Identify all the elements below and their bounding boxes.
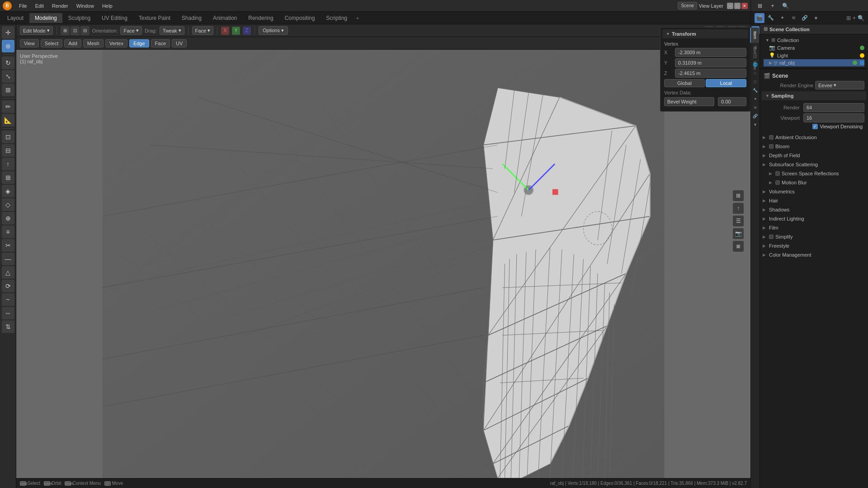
tab-rendering[interactable]: Rendering bbox=[243, 13, 278, 23]
ambient-occlusion-toggle[interactable]: ▶ Ambient Occlusion bbox=[762, 133, 866, 142]
constraints-props-icon[interactable]: 🔗 bbox=[800, 13, 810, 23]
extrude-along-normals-tool[interactable]: ↑ bbox=[2, 158, 14, 170]
menu-window[interactable]: Window bbox=[73, 2, 98, 9]
color-management-toggle[interactable]: ▶ Color Management bbox=[762, 250, 866, 259]
freestyle-toggle[interactable]: ▶ Freestyle bbox=[762, 241, 866, 250]
menu-help[interactable]: Help bbox=[99, 2, 116, 9]
search-icon-header[interactable]: 🔍 bbox=[780, 0, 791, 11]
menu-edit[interactable]: Edit bbox=[32, 2, 47, 9]
tab-animation[interactable]: Animation bbox=[208, 13, 242, 23]
indirect-lighting-toggle[interactable]: ▶ Indirect Lighting bbox=[762, 214, 866, 223]
viewport-samples-input[interactable]: 16 bbox=[803, 113, 864, 122]
view-header-btn[interactable]: View bbox=[20, 39, 39, 47]
particles-icon[interactable]: ✦ bbox=[751, 95, 760, 103]
view-tool-5[interactable]: ≣ bbox=[733, 241, 744, 252]
physics-icon[interactable]: ≋ bbox=[751, 103, 760, 112]
orientation-dropdown[interactable]: Face ▾ bbox=[120, 26, 142, 35]
pivot-dropdown[interactable]: Face ▾ bbox=[192, 26, 213, 35]
viewport-3d[interactable]: User Perspective (1) raf_obj X Y bbox=[16, 50, 750, 478]
scene-raf-obj-item[interactable]: ▶ ▽ raf_obj bbox=[764, 59, 864, 66]
object-props-icon[interactable]: 🎬 bbox=[755, 13, 764, 23]
ssr-checkbox[interactable] bbox=[775, 171, 780, 176]
move-tool[interactable]: ⊕ bbox=[2, 40, 14, 52]
ao-checkbox[interactable] bbox=[769, 135, 774, 140]
push-pull-tool[interactable]: ⇅ bbox=[2, 320, 14, 333]
scene-filter-icon[interactable]: ⊞ bbox=[846, 15, 851, 21]
n-tab-view[interactable]: View bbox=[750, 57, 759, 73]
scene-light-item[interactable]: 💡 Light bbox=[764, 52, 864, 59]
rotate-tool[interactable]: ↻ bbox=[2, 56, 14, 69]
tab-uv-editing[interactable]: UV Editing bbox=[96, 13, 133, 23]
constraints-icon[interactable]: 🔗 bbox=[751, 112, 760, 120]
data-props-icon[interactable]: ▼ bbox=[811, 13, 821, 23]
simplify-checkbox[interactable] bbox=[769, 235, 774, 239]
edge-header-btn[interactable]: Edge bbox=[129, 39, 149, 47]
offset-loop-cut-tool[interactable]: ≡ bbox=[2, 225, 14, 238]
modifier-props-icon[interactable]: 🔧 bbox=[766, 13, 776, 23]
object-icon[interactable]: □ bbox=[751, 78, 760, 86]
window-minimize[interactable]: ─ bbox=[727, 3, 733, 9]
select-header-btn[interactable]: Select bbox=[41, 39, 63, 47]
extrude-manifold-tool[interactable]: ⊟ bbox=[2, 144, 14, 157]
ssr-toggle[interactable]: ▶ Screen Space Reflections bbox=[762, 169, 866, 178]
y-axis-btn[interactable]: Y bbox=[232, 27, 240, 35]
window-close[interactable]: ✕ bbox=[741, 3, 748, 9]
scene-camera-item[interactable]: 📷 Camera bbox=[764, 44, 864, 52]
viewport-denoising-checkbox[interactable]: ✓ Viewport Denoising bbox=[812, 124, 863, 129]
mode-dropdown[interactable]: Edit Mode ▾ bbox=[20, 26, 53, 35]
scale-tool[interactable]: ⤡ bbox=[2, 70, 14, 83]
camera-visibility-dot[interactable] bbox=[860, 46, 864, 50]
tab-texture-paint[interactable]: Texture Paint bbox=[133, 13, 176, 23]
extrude-individual-tool[interactable]: ⊞ bbox=[2, 171, 14, 184]
menu-render[interactable]: Render bbox=[48, 2, 72, 9]
view-tool-1[interactable]: ⊞ bbox=[733, 190, 744, 201]
smooth-vertex-tool[interactable]: ~ bbox=[2, 293, 14, 306]
bloom-toggle[interactable]: ▶ Bloom bbox=[762, 142, 866, 151]
physics-props-icon[interactable]: ≋ bbox=[788, 13, 798, 23]
raf-visibility-dot[interactable] bbox=[853, 61, 857, 65]
slide-relax-tool[interactable]: ↔ bbox=[2, 307, 14, 319]
modifier-icon[interactable]: 🔧 bbox=[751, 86, 760, 94]
add-icon-header[interactable]: + bbox=[767, 0, 778, 11]
bevel-tool[interactable]: ◇ bbox=[2, 198, 14, 211]
spin-tool[interactable]: ⟳ bbox=[2, 280, 14, 292]
inset-faces-tool[interactable]: ◈ bbox=[2, 185, 14, 197]
window-restore[interactable]: □ bbox=[734, 3, 741, 9]
tab-compositing[interactable]: Compositing bbox=[279, 13, 321, 23]
extrude-region-tool[interactable]: ⊡ bbox=[2, 131, 14, 143]
motion-blur-toggle[interactable]: ▶ Motion Blur bbox=[762, 178, 866, 187]
data-icon[interactable]: ▼ bbox=[751, 121, 760, 129]
add-header-btn[interactable]: Add bbox=[64, 39, 81, 47]
z-axis-btn[interactable]: Z bbox=[243, 27, 251, 35]
volumetrics-toggle[interactable]: ▶ Volumetrics bbox=[762, 187, 866, 196]
tab-modeling[interactable]: Modeling bbox=[29, 13, 62, 23]
scene-dropdown[interactable]: Scene bbox=[678, 2, 697, 9]
tab-shading[interactable]: Shading bbox=[176, 13, 207, 23]
tab-scripting[interactable]: Scripting bbox=[321, 13, 353, 23]
sss-toggle[interactable]: ▶ Subsurface Scattering bbox=[762, 160, 866, 169]
hair-toggle[interactable]: ▶ Hair bbox=[762, 196, 866, 205]
drag-dropdown[interactable]: Tweak ▾ bbox=[160, 26, 184, 35]
sampling-header[interactable]: ▼ Sampling bbox=[762, 91, 866, 100]
options-btn[interactable]: Options ▾ bbox=[259, 26, 288, 35]
bloom-checkbox[interactable] bbox=[769, 144, 774, 149]
n-tab-tool[interactable]: Tool bbox=[750, 43, 759, 58]
tab-sculpting[interactable]: Sculpting bbox=[63, 13, 96, 23]
view-tool-3[interactable]: ☰ bbox=[733, 216, 744, 226]
knife-tool[interactable]: ✂ bbox=[2, 239, 14, 252]
measure-tool[interactable]: 📐 bbox=[2, 114, 14, 127]
simplify-toggle[interactable]: ▶ Simplify bbox=[762, 232, 866, 241]
view-tool-2[interactable]: ↑ bbox=[733, 203, 744, 214]
uv-header-btn[interactable]: UV bbox=[172, 39, 187, 47]
shadows-toggle[interactable]: ▶ Shadows bbox=[762, 205, 866, 214]
scene-search-icon[interactable]: 🔍 bbox=[858, 15, 864, 21]
scene-add-icon[interactable]: + bbox=[853, 15, 856, 21]
vertex-header-btn[interactable]: Vertex bbox=[105, 39, 127, 47]
icon-overlay-2[interactable]: ⊡ bbox=[71, 26, 80, 35]
mb-checkbox[interactable] bbox=[775, 180, 780, 185]
render-samples-input[interactable]: 64 bbox=[803, 103, 864, 112]
mesh-header-btn[interactable]: Mesh bbox=[83, 39, 104, 47]
dof-toggle[interactable]: ▶ Depth of Field bbox=[762, 151, 866, 160]
annotate-tool[interactable]: ✏ bbox=[2, 100, 14, 113]
add-workspace-button[interactable]: + bbox=[353, 14, 362, 23]
